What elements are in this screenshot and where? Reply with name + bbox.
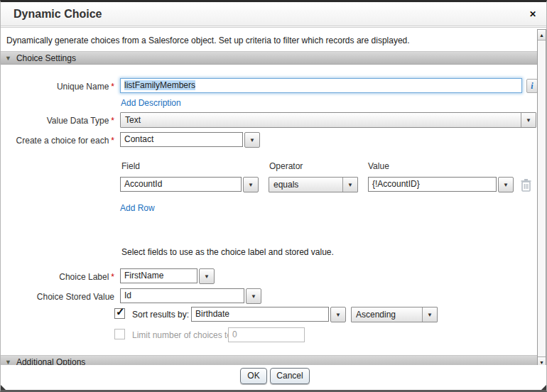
limit-choices-value: 0 xyxy=(232,330,237,339)
chevron-down-icon: ▼ xyxy=(503,182,509,188)
limit-choices-label: Limit number of choices to: xyxy=(132,330,234,340)
filter-value-input[interactable]: {!AccountID} xyxy=(368,177,497,192)
collapse-triangle-icon: ▼ xyxy=(5,52,11,65)
required-marker: * xyxy=(109,136,114,146)
chevron-down-icon: ▼ xyxy=(335,312,341,318)
limit-choices-input[interactable]: 0 xyxy=(228,327,305,342)
value-data-type-label: Value Data Type* xyxy=(1,116,114,126)
filter-operator-select[interactable]: equals ▼ xyxy=(269,177,358,192)
filter-column-field: Field xyxy=(121,161,140,171)
required-marker: * xyxy=(109,272,114,282)
choice-stored-value-input[interactable]: Id xyxy=(120,288,244,303)
choice-label-dropdown-button[interactable]: ▼ xyxy=(199,268,215,284)
sort-direction-value: Ascending xyxy=(352,307,422,322)
resize-grip[interactable] xyxy=(541,385,546,390)
choice-stored-value-dropdown-button[interactable]: ▼ xyxy=(246,288,261,304)
chevron-down-icon: ▼ xyxy=(249,137,255,143)
dialog-footer: OK Cancel xyxy=(1,365,546,390)
chevron-down-icon: ▼ xyxy=(251,293,256,300)
create-choice-for-each-dropdown-button[interactable]: ▼ xyxy=(244,132,260,148)
chevron-down-icon: ▼ xyxy=(204,273,210,280)
choice-label-input[interactable]: FirstName xyxy=(120,268,197,283)
sort-results-checkbox[interactable]: ✓ xyxy=(114,308,125,319)
filter-column-operator: Operator xyxy=(269,161,303,171)
add-row-link[interactable]: Add Row xyxy=(120,203,155,213)
choice-stored-value-label: Choice Stored Value xyxy=(1,292,114,302)
choice-label-value: FirstName xyxy=(124,271,163,281)
chevron-down-icon: ▼ xyxy=(342,178,357,192)
dynamic-choice-dialog: Dynamic Choice ✕ Dynamically generate ch… xyxy=(0,0,547,392)
dialog-title: Dynamic Choice xyxy=(13,8,102,21)
scroll-up-icon[interactable]: ▲ xyxy=(538,30,546,40)
select-fields-hint: Select fields to use as the choice label… xyxy=(121,247,334,257)
close-icon[interactable]: ✕ xyxy=(527,9,538,20)
info-icon[interactable]: i xyxy=(526,79,538,93)
create-choice-for-each-input[interactable]: Contact xyxy=(120,132,243,147)
filter-field-input[interactable]: AccountId xyxy=(120,177,242,192)
required-marker: * xyxy=(109,82,114,92)
chevron-down-icon: ▼ xyxy=(422,307,437,322)
filter-value-value: {!AccountID} xyxy=(372,179,420,189)
chevron-down-icon: ▼ xyxy=(248,182,254,188)
unique-name-input[interactable]: listFamilyMembers xyxy=(120,78,522,93)
unique-name-label: Unique Name* xyxy=(1,82,114,92)
unique-name-value: listFamilyMembers xyxy=(124,80,195,90)
create-choice-for-each-value: Contact xyxy=(124,134,153,144)
sort-field-value: Birthdate xyxy=(195,309,229,319)
ok-button[interactable]: OK xyxy=(240,368,267,384)
section-choice-settings[interactable]: ▼Choice Settings xyxy=(1,51,538,65)
dialog-content: Dynamically generate choices from a Sale… xyxy=(1,27,546,369)
cancel-button[interactable]: Cancel xyxy=(270,368,310,384)
add-description-link[interactable]: Add Description xyxy=(121,98,181,108)
choice-label-label: Choice Label* xyxy=(1,272,114,282)
filter-operator-value: equals xyxy=(269,178,342,192)
choice-stored-value-value: Id xyxy=(124,290,131,300)
vertical-scrollbar[interactable]: ▲ ▼ xyxy=(537,29,546,368)
sort-field-dropdown-button[interactable]: ▼ xyxy=(330,307,346,322)
checkmark-icon: ✓ xyxy=(116,305,125,318)
resize-grip[interactable] xyxy=(1,385,6,390)
section-choice-settings-label: Choice Settings xyxy=(16,53,76,63)
filter-column-value: Value xyxy=(368,161,389,171)
filter-value-dropdown-button[interactable]: ▼ xyxy=(498,177,514,192)
sort-results-label: Sort results by: xyxy=(132,310,189,320)
filter-field-dropdown-button[interactable]: ▼ xyxy=(243,177,259,192)
required-marker: * xyxy=(109,116,114,126)
sort-direction-select[interactable]: Ascending ▼ xyxy=(351,307,438,322)
chevron-down-icon: ▼ xyxy=(521,113,536,127)
dialog-description: Dynamically generate choices from a Sale… xyxy=(6,36,410,45)
create-choice-for-each-label: Create a choice for each* xyxy=(1,136,114,146)
limit-choices-checkbox[interactable] xyxy=(114,329,125,339)
value-data-type-select[interactable]: Text ▼ xyxy=(120,112,536,128)
filter-field-value: AccountId xyxy=(124,179,162,189)
dialog-titlebar: Dynamic Choice ✕ xyxy=(1,2,546,26)
trash-icon[interactable] xyxy=(520,178,532,192)
value-data-type-value: Text xyxy=(121,113,521,127)
sort-field-input[interactable]: Birthdate xyxy=(191,307,329,322)
